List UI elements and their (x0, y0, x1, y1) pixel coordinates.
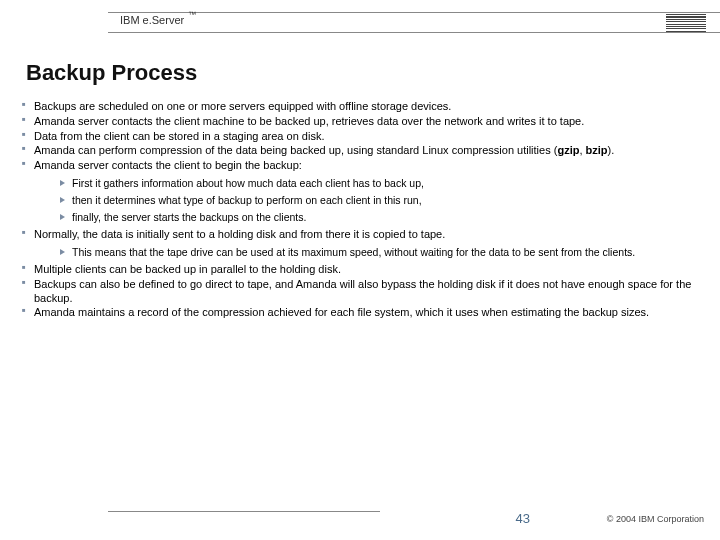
slide-title: Backup Process (26, 60, 197, 86)
bullet-item: Multiple clients can be backed up in par… (22, 263, 698, 277)
bullet-item: Amanda server contacts the client to beg… (22, 159, 698, 173)
sub-bullet-list: This means that the tape drive can be us… (60, 246, 698, 259)
copyright-text: © 2004 IBM Corporation (607, 514, 704, 524)
bullet-item: Backups are scheduled on one or more ser… (22, 100, 698, 114)
sub-bullet-list: First it gathers information about how m… (60, 177, 698, 224)
ibm-logo-icon (666, 14, 706, 32)
header-rule-bottom (108, 32, 720, 33)
sub-bullet-item: then it determines what type of backup t… (60, 194, 698, 207)
bullet-item: Normally, the data is initially sent to … (22, 228, 698, 242)
slide-content: Backups are scheduled on one or more ser… (22, 100, 698, 321)
footer-rule (108, 511, 380, 512)
sub-bullet-item: This means that the tape drive can be us… (60, 246, 698, 259)
slide-header: IBM e.Server ™ (0, 0, 720, 36)
bullet-item: Data from the client can be stored in a … (22, 130, 698, 144)
bullet-item: Backups can also be defined to go direct… (22, 278, 698, 306)
bullet-item: Amanda can perform compression of the da… (22, 144, 698, 158)
sub-bullet-item: finally, the server starts the backups o… (60, 211, 698, 224)
sub-bullet-item: First it gathers information about how m… (60, 177, 698, 190)
header-rule-top (108, 12, 720, 13)
header-brand: IBM e.Server (120, 14, 184, 26)
bullet-list: Backups are scheduled on one or more ser… (22, 100, 698, 320)
bullet-item: Amanda maintains a record of the compres… (22, 306, 698, 320)
slide: IBM e.Server ™ Backup Process Backups ar… (0, 0, 720, 540)
page-number: 43 (516, 511, 530, 526)
bullet-item: Amanda server contacts the client machin… (22, 115, 698, 129)
trademark-symbol: ™ (188, 10, 196, 19)
